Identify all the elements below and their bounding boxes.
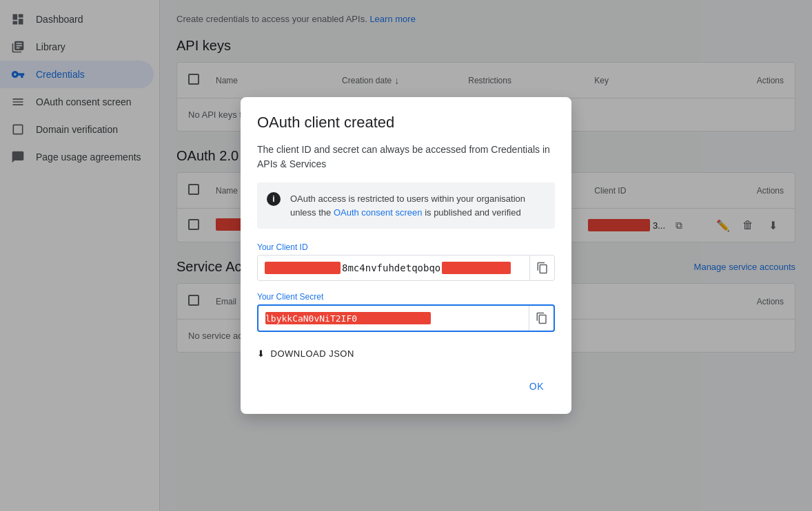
client-secret-text: lbykkCaN0vNiT2IF0 [265,313,357,324]
modal-title: OAuth client created [257,114,555,132]
client-secret-value: lbykkCaN0vNiT2IF0 [258,306,529,330]
download-json-button[interactable]: ⬇ DOWNLOAD JSON [257,343,555,364]
modal-overlay: OAuth client created The client ID and s… [0,0,812,511]
client-id-value: 8mc4nvfuhdetqobqo [258,256,529,280]
client-secret-label: Your Client Secret [257,292,555,302]
info-icon: i [267,192,281,206]
client-id-label: Your Client ID [257,242,555,252]
oauth-consent-screen-link[interactable]: OAuth consent screen [334,207,423,218]
modal-actions: OK [257,375,555,397]
client-id-text: 8mc4nvfuhdetqobqo [342,262,440,273]
client-secret-field-group: Your Client Secret lbykkCaN0vNiT2IF0 [257,292,555,332]
client-id-copy-button[interactable] [529,255,554,280]
client-id-input-row: 8mc4nvfuhdetqobqo [257,255,555,281]
oauth-created-modal: OAuth client created The client ID and s… [241,97,571,414]
download-icon-symbol: ⬇ [257,348,265,359]
ok-button[interactable]: OK [518,375,555,397]
modal-info-box: i OAuth access is restricted to users wi… [257,182,555,229]
client-id-redacted2 [442,262,511,274]
modal-description: The client ID and secret can always be a… [257,143,555,171]
client-secret-input-row: lbykkCaN0vNiT2IF0 [257,304,555,332]
client-secret-copy-button[interactable] [529,306,554,331]
client-id-redacted [265,262,341,274]
download-json-label: DOWNLOAD JSON [271,348,354,359]
info-text2: is published and verified [425,207,520,218]
client-id-field-group: Your Client ID 8mc4nvfuhdetqobqo [257,242,555,281]
